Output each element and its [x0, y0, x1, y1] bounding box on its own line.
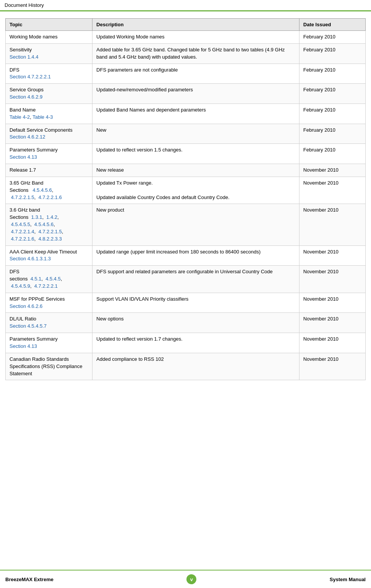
col-header-topic: Topic	[6, 19, 92, 31]
topic-cell: AAA Client Keep Alive TimeoutSection 4.6…	[6, 245, 92, 266]
topic-cell: Band NameTable 4-2, Table 4-3	[6, 104, 92, 124]
date-cell: February 2010	[299, 64, 366, 84]
table-row: AAA Client Keep Alive TimeoutSection 4.6…	[6, 245, 366, 266]
date-cell: November 2010	[299, 177, 366, 204]
description-cell: New	[92, 124, 299, 144]
date-cell: November 2010	[299, 204, 366, 245]
description-cell: DFS support and related parameters are c…	[92, 266, 299, 293]
topic-cell: Working Mode names	[6, 31, 92, 44]
header-bar: Document History	[0, 0, 371, 11]
table-row: Default Service ComponentsSection 4.6.2.…	[6, 124, 366, 144]
description-cell: Added compliance to RSS 102	[92, 353, 299, 380]
topic-cell: Parameters SummarySection 4.13	[6, 144, 92, 164]
topic-cell: Canadian Radio Standards Specifications …	[6, 353, 92, 380]
page-footer: BreezeMAX Extreme v System Manual	[0, 570, 371, 588]
date-cell: November 2010	[299, 266, 366, 293]
date-cell: February 2010	[299, 43, 366, 64]
page-title: Document History	[5, 2, 44, 8]
topic-cell: 3.6 GHz bandSections 1.3.1, 1.4.2, 4.5.4…	[6, 204, 92, 245]
table-row: 3.65 GHz BandSections 4.5.4.5.6, 4.7.2.2…	[6, 177, 366, 204]
date-cell: November 2010	[299, 245, 366, 266]
table-row: DFSsections 4.5.1, 4.5.4.5, 4.5.4.5.9, 4…	[6, 266, 366, 293]
date-cell: February 2010	[299, 124, 366, 144]
date-cell: November 2010	[299, 313, 366, 333]
document-history-table: Topic Description Date Issued Working Mo…	[5, 18, 366, 380]
topic-cell: DL/UL RatioSection 4.5.4.5.7	[6, 313, 92, 333]
date-cell: November 2010	[299, 293, 366, 313]
main-content: Topic Description Date Issued Working Mo…	[0, 11, 371, 387]
table-row: DFSSection 4.7.2.2.2.1DFS parameters are…	[6, 64, 366, 84]
date-cell: February 2010	[299, 84, 366, 104]
description-cell: New options	[92, 313, 299, 333]
footer-manual-label: System Manual	[330, 577, 366, 582]
table-row: Service GroupsSection 4.6.2.9Updated-new…	[6, 84, 366, 104]
topic-cell: Release 1.7	[6, 164, 92, 177]
table-row: DL/UL RatioSection 4.5.4.5.7New optionsN…	[6, 313, 366, 333]
topic-cell: DFSsections 4.5.1, 4.5.4.5, 4.5.4.5.9, 4…	[6, 266, 92, 293]
topic-cell: SensitivitySection 1.4.4	[6, 43, 92, 64]
table-row: SensitivitySection 1.4.4Added table for …	[6, 43, 366, 64]
col-header-description: Description	[92, 19, 299, 31]
table-row: MSF for PPPoE ServicesSection 4.6.2.6Sup…	[6, 293, 366, 313]
footer-brand: BreezeMAX Extreme	[5, 577, 53, 582]
description-cell: Updated-new/removed/modified parameters	[92, 84, 299, 104]
description-cell: Support VLAN ID/VLAN Priority classifier…	[92, 293, 299, 313]
date-cell: November 2010	[299, 333, 366, 353]
table-row: Band NameTable 4-2, Table 4-3Updated Ban…	[6, 104, 366, 124]
description-cell: Updated to reflect version 1.5 changes.	[92, 144, 299, 164]
table-row: Release 1.7New releaseNovember 2010	[6, 164, 366, 177]
description-cell: Updated to reflect version 1.7 changes.	[92, 333, 299, 353]
table-row: Canadian Radio Standards Specifications …	[6, 353, 366, 380]
description-cell: New release	[92, 164, 299, 177]
topic-cell: Service GroupsSection 4.6.2.9	[6, 84, 92, 104]
date-cell: November 2010	[299, 353, 366, 380]
topic-cell: Default Service ComponentsSection 4.6.2.…	[6, 124, 92, 144]
topic-cell: DFSSection 4.7.2.2.2.1	[6, 64, 92, 84]
topic-cell: Parameters SummarySection 4.13	[6, 333, 92, 353]
description-cell: Updated Tx Power range.Updated available…	[92, 177, 299, 204]
description-cell: New product	[92, 204, 299, 245]
table-row: Parameters SummarySection 4.13Updated to…	[6, 333, 366, 353]
description-cell: Updated Working Mode names	[92, 31, 299, 44]
table-row: Parameters SummarySection 4.13Updated to…	[6, 144, 366, 164]
description-cell: Updated Band Names and dependent paramet…	[92, 104, 299, 124]
table-header-row: Topic Description Date Issued	[6, 19, 366, 31]
table-row: Working Mode namesUpdated Working Mode n…	[6, 31, 366, 44]
topic-cell: 3.65 GHz BandSections 4.5.4.5.6, 4.7.2.2…	[6, 177, 92, 204]
topic-cell: MSF for PPPoE ServicesSection 4.6.2.6	[6, 293, 92, 313]
table-row: 3.6 GHz bandSections 1.3.1, 1.4.2, 4.5.4…	[6, 204, 366, 245]
description-cell: Added table for 3.65 GHz band. Changed t…	[92, 43, 299, 64]
date-cell: February 2010	[299, 31, 366, 44]
col-header-date: Date Issued	[299, 19, 366, 31]
date-cell: February 2010	[299, 104, 366, 124]
description-cell: DFS parameters are not configurable	[92, 64, 299, 84]
footer-page-number: v	[186, 574, 196, 584]
date-cell: November 2010	[299, 164, 366, 177]
description-cell: Updated range (upper limit increased fro…	[92, 245, 299, 266]
date-cell: February 2010	[299, 144, 366, 164]
